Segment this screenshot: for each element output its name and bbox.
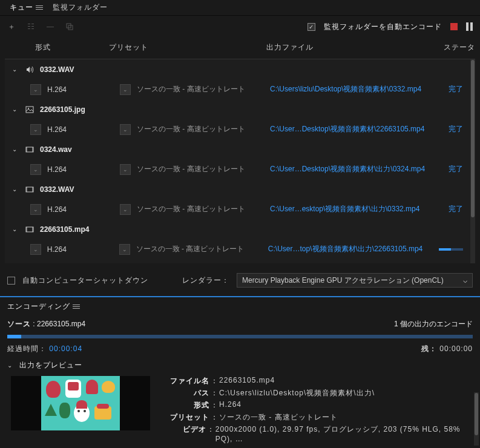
encoding-panel: エンコーディング ソース : 22663105.mp4 1 個の出力のエンコード… — [0, 296, 480, 439]
row-preset: ソースの一致 - 高速ビットレート — [137, 84, 264, 94]
queue-child-row[interactable]: ⌄ H.264 ⌄ ソースの一致 - 高速ビットレート C:\User…Desk… — [5, 159, 475, 179]
preset-dropdown[interactable]: ⌄ — [120, 84, 131, 95]
tab-queue-label: キュー — [10, 2, 33, 13]
add-icon[interactable]: ＋ — [7, 22, 16, 31]
queue-parent-row[interactable]: ⌄ 0324.wav — [5, 139, 475, 159]
row-progress — [439, 248, 463, 251]
row-output[interactable]: C:\User…top\视频音频素材\出力\22663105.mp4 — [268, 244, 433, 254]
format-dropdown[interactable]: ⌄ — [30, 164, 41, 175]
svg-rect-12 — [32, 147, 33, 152]
top-tabs: キュー 監視フォルダー — [0, 0, 480, 16]
preset-dropdown[interactable]: ⌄ — [120, 124, 131, 135]
elapsed-value: 00:00:04 — [49, 344, 82, 353]
row-format: H.264 — [47, 245, 113, 254]
queue-child-row[interactable]: ⌄ H.264 ⌄ ソースの一致 - 高速ビットレート C:\User…top\… — [5, 239, 475, 259]
row-output[interactable]: C:\User…esktop\视频音频素材\出力\0332.mp4 — [270, 204, 436, 214]
column-headers: 形式 プリセット 出力ファイル ステータ — [0, 38, 480, 59]
stop-icon[interactable] — [450, 23, 458, 30]
preset-dropdown[interactable]: ⌄ — [119, 244, 130, 255]
row-output[interactable]: C:\Users\lizlu\Desktop\视频音频素材\0332.mp4 — [270, 84, 436, 94]
row-format: H.264 — [47, 205, 114, 214]
row-format: H.264 — [47, 125, 114, 134]
svg-rect-4 — [28, 28, 30, 29]
meta-format-label: 形式 — [161, 400, 209, 412]
remove-icon[interactable]: — — [46, 22, 54, 31]
row-status: 完了 — [442, 204, 468, 214]
svg-rect-3 — [31, 26, 34, 27]
queue-child-row[interactable]: ⌄ H.264 ⌄ ソースの一致 - 高速ビットレート C:\User…eskt… — [5, 199, 475, 219]
header-status: ステータ — [436, 42, 480, 53]
hamburger-icon[interactable] — [36, 5, 43, 10]
preview-toggle[interactable]: ⌄ 出力をプレビュー — [7, 357, 473, 374]
row-preset: ソースの一致 - 高速ビットレート — [137, 124, 264, 134]
row-status: 完了 — [442, 164, 468, 174]
tab-queue[interactable]: キュー — [5, 0, 48, 15]
preview-scrollbar[interactable] — [474, 392, 479, 446]
queue-item-name: 0324.wav — [40, 145, 72, 154]
toolbar-left: ＋ — — [7, 22, 74, 31]
queue-child-row[interactable]: ⌄ H.264 ⌄ ソースの一致 - 高速ビットレート C:\Users\liz… — [5, 79, 475, 99]
queue-parent-row[interactable]: ⌄ 0332.WAV — [5, 179, 475, 199]
renderer-dropdown[interactable]: Mercury Playback Engine GPU アクセラレーション (O… — [237, 273, 473, 288]
svg-rect-8 — [26, 107, 33, 113]
svg-rect-2 — [28, 26, 30, 27]
preview-toggle-label: 出力をプレビュー — [19, 360, 82, 371]
format-dropdown[interactable]: ⌄ — [30, 124, 41, 135]
queue-scrollbar[interactable] — [470, 59, 475, 263]
queue-parent-row[interactable]: ⌄ 22663105.mp4 — [5, 219, 475, 239]
queue-parent-row[interactable]: ⌄ 31624_1280x720.mp4 — [5, 259, 475, 263]
image-icon — [25, 105, 34, 114]
meta-video-value: 2000x2000 (1.0), 29.97 fps, プログレッシブ, 203… — [215, 424, 473, 436]
video-icon — [25, 145, 34, 154]
output-count: 1 個の出力のエンコード — [394, 319, 473, 329]
svg-rect-14 — [26, 187, 27, 192]
auto-encode-checkbox[interactable] — [307, 23, 315, 31]
pause-icon[interactable] — [466, 22, 473, 31]
chevron-down-icon[interactable]: ⌄ — [12, 66, 19, 73]
queue-list: ⌄ 0332.WAV⌄ H.264 ⌄ ソースの一致 - 高速ビットレート C:… — [5, 59, 475, 263]
chevron-down-icon[interactable]: ⌄ — [12, 186, 19, 193]
source-row: ソース : 22663105.mp4 1 個の出力のエンコード — [7, 315, 473, 332]
meta-preset-label: プリセット — [161, 412, 209, 424]
row-format: H.264 — [47, 85, 114, 94]
chevron-down-icon[interactable]: ⌄ — [12, 226, 19, 232]
hamburger-icon[interactable] — [73, 305, 80, 309]
queue-parent-row[interactable]: ⌄ 22663105.jpg — [5, 99, 475, 119]
row-status: 完了 — [442, 124, 468, 134]
row-output[interactable]: C:\User…Desktop\视频音频素材\出力\0324.mp4 — [270, 164, 436, 174]
svg-rect-0 — [28, 24, 30, 24]
settings-icon[interactable] — [27, 22, 35, 31]
svg-rect-5 — [31, 28, 34, 29]
shutdown-checkbox[interactable] — [7, 277, 15, 285]
queue-item-name: 0332.WAV — [40, 65, 74, 74]
encoding-tab[interactable]: エンコーディング — [7, 297, 473, 315]
tab-watch[interactable]: 監視フォルダー — [48, 0, 113, 15]
video-icon — [25, 225, 34, 234]
toolbar: ＋ — 監視フォルダーを自動エンコード — [0, 16, 480, 38]
chevron-down-icon[interactable]: ⌄ — [12, 146, 19, 153]
queue-item-name: 22663105.jpg — [40, 105, 85, 114]
queue-child-row[interactable]: ⌄ H.264 ⌄ ソースの一致 - 高速ビットレート C:\User…Desk… — [5, 119, 475, 139]
queue-item-name: 22663105.mp4 — [40, 225, 89, 234]
svg-rect-1 — [31, 24, 34, 24]
video-icon — [25, 185, 34, 194]
header-output: 出力ファイル — [266, 42, 436, 53]
footer-row: 自動コンピューターシャットダウン レンダラー： Mercury Playback… — [0, 268, 480, 292]
format-dropdown[interactable]: ⌄ — [30, 244, 41, 255]
remain-value: 00:00:00 — [439, 344, 473, 353]
row-output[interactable]: C:\User…Desktop\视频音频素材\22663105.mp4 — [270, 124, 436, 134]
preset-dropdown[interactable]: ⌄ — [120, 164, 131, 175]
svg-rect-15 — [32, 187, 33, 192]
duplicate-icon[interactable] — [65, 22, 74, 31]
format-dropdown[interactable]: ⌄ — [30, 204, 41, 215]
preset-dropdown[interactable]: ⌄ — [120, 204, 131, 215]
header-preset: プリセット — [109, 42, 266, 53]
meta-format-value: H.264 — [219, 400, 242, 412]
preview-area: ファイル名：22663105.mp4 パス：C:\Users\lizlu\Des… — [7, 374, 473, 439]
svg-rect-11 — [26, 147, 27, 152]
chevron-down-icon[interactable]: ⌄ — [12, 106, 19, 113]
queue-parent-row[interactable]: ⌄ 0332.WAV — [5, 59, 475, 79]
elapsed-label: 経過時間： — [7, 344, 47, 353]
svg-rect-18 — [32, 227, 33, 232]
format-dropdown[interactable]: ⌄ — [30, 84, 41, 95]
